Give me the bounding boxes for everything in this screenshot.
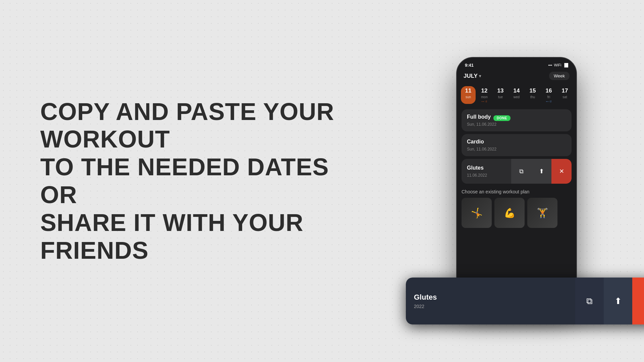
copy-icon-large: ⧉ — [586, 296, 593, 306]
glutes-date: 11.06.2022 — [467, 173, 506, 178]
done-badge: DONE — [493, 115, 511, 121]
plan-thumbnails: 🤸 💪 🏋 — [462, 198, 572, 228]
wifi-icon: WiFi — [554, 63, 561, 67]
headline-line-3: SHARE IT WITH YOUR FRIENDS — [40, 209, 362, 264]
month-label: JULY — [464, 73, 478, 79]
copy-action-large[interactable]: ⧉ — [575, 278, 604, 324]
plan-thumb-1[interactable]: 🤸 — [462, 198, 492, 228]
fullbody-title: Full body — [467, 114, 491, 120]
calendar-day-15[interactable]: 15 thu — [525, 86, 540, 104]
battery-icon: ▐█ — [563, 63, 568, 67]
cardio-title: Cardio — [467, 139, 566, 145]
plan-thumb-3[interactable]: 🏋 — [527, 198, 557, 228]
workout-card-cardio[interactable]: Cardio Sun, 11.06.2022 — [462, 134, 572, 156]
thumb-figure-2: 💪 — [494, 198, 525, 228]
delete-icon-small: ✕ — [559, 168, 564, 175]
delete-action-large[interactable]: ✕ — [632, 278, 644, 324]
delete-action-small[interactable]: ✕ — [551, 159, 572, 184]
thumb-figure-3: 🏋 — [527, 198, 557, 228]
enlarged-swipe-card[interactable]: Glutes 2022 ⧉ ⬆ ✕ — [406, 278, 644, 324]
enlarged-card-date: 2022 — [414, 304, 567, 309]
workout-card-fullbody[interactable]: Full body DONE Sun, 11.06.2022 — [462, 109, 572, 131]
left-text-area: COPY AND PASTE YOUR WORKOUT TO THE NEEDE… — [0, 98, 389, 264]
calendar-day-12[interactable]: 12 mon — [477, 86, 492, 104]
headline-text: COPY AND PASTE YOUR WORKOUT TO THE NEEDE… — [40, 98, 362, 264]
glutes-content: Glutes 11.06.2022 — [462, 159, 511, 184]
calendar-strip: 11 sun 12 mon 13 tue 14 wed 15 thu — [457, 83, 576, 107]
calendar-day-16[interactable]: 16 fri — [541, 86, 556, 104]
headline-line-2: TO THE NEEDED DATES OR — [40, 153, 362, 209]
chevron-down-icon: ▾ — [479, 74, 481, 78]
calendar-day-17[interactable]: 17 sat — [557, 86, 572, 104]
phone-notch — [495, 58, 538, 67]
workout-card-glutes-swiped[interactable]: Glutes 11.06.2022 ⧉ ⬆ ✕ — [462, 159, 572, 184]
share-action-small[interactable]: ⬆ — [531, 159, 551, 184]
glutes-title: Glutes — [467, 165, 506, 171]
phone-frame: 9:41 ▪▪▪ WiFi ▐█ JULY ▾ Week 11 sun 12 — [456, 57, 577, 305]
month-selector[interactable]: JULY ▾ — [464, 73, 481, 79]
calendar-day-13[interactable]: 13 tue — [493, 86, 508, 104]
week-button[interactable]: Week — [549, 72, 570, 80]
fullbody-date: Sun, 11.06.2022 — [467, 122, 566, 127]
share-action-large[interactable]: ⬆ — [604, 278, 632, 324]
status-time: 9:41 — [465, 63, 474, 68]
status-icons: ▪▪▪ WiFi ▐█ — [548, 63, 568, 67]
calendar-day-11[interactable]: 11 sun — [461, 86, 476, 104]
cardio-date: Sun, 11.06.2022 — [467, 147, 566, 152]
enlarged-card-title: Glutes — [414, 293, 567, 302]
signal-icon: ▪▪▪ — [548, 63, 552, 67]
workout-list: Full body DONE Sun, 11.06.2022 Cardio Su… — [457, 107, 576, 186]
thumb-figure-1: 🤸 — [462, 198, 492, 228]
copy-icon-small: ⧉ — [519, 168, 524, 175]
share-icon-large: ⬆ — [614, 296, 622, 306]
enlarged-card-content: Glutes 2022 — [406, 278, 575, 324]
calendar-day-14[interactable]: 14 wed — [509, 86, 524, 104]
plan-section: Choose an existing workout plan 🤸 💪 🏋 — [457, 186, 576, 231]
headline-line-1: COPY AND PASTE YOUR WORKOUT — [40, 98, 362, 154]
phone-area: 9:41 ▪▪▪ WiFi ▐█ JULY ▾ Week 11 sun 12 — [389, 0, 644, 362]
plan-section-title: Choose an existing workout plan — [462, 189, 572, 194]
copy-action-small[interactable]: ⧉ — [511, 159, 531, 184]
share-icon-small: ⬆ — [539, 168, 544, 175]
plan-thumb-2[interactable]: 💪 — [494, 198, 525, 228]
